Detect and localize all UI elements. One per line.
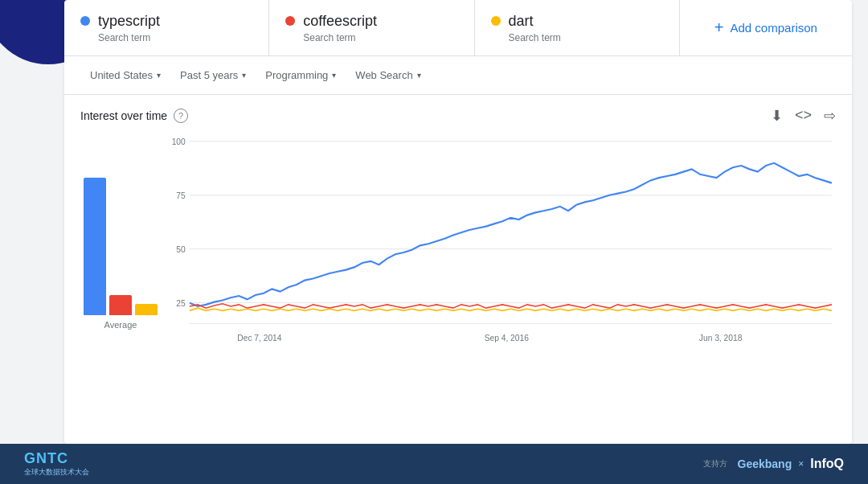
chart-header: Interest over time ? ⬇ <> ⇨ xyxy=(80,107,836,125)
share-icon[interactable]: ⇨ xyxy=(824,107,836,125)
time-filter-label: Past 5 years xyxy=(180,69,238,81)
footer-sponsor-text: 支持方 xyxy=(703,458,727,470)
footer-sub: 全球大数据技术大会 xyxy=(24,467,89,478)
line-chart-svg: 100 75 50 25 Dec 7, 2014 Sep 4, 2016 Jun… xyxy=(161,133,836,350)
chart-area: Average 100 75 50 25 xyxy=(80,133,836,350)
dart-line xyxy=(190,308,832,310)
line-chart-section: 100 75 50 25 Dec 7, 2014 Sep 4, 2016 Jun… xyxy=(161,133,836,350)
time-chevron-icon: ▾ xyxy=(242,71,246,80)
time-filter[interactable]: Past 5 years ▾ xyxy=(170,64,256,86)
footer: GNTC 全球大数据技术大会 支持方 Geekbang × InfoQ xyxy=(0,444,868,484)
svg-text:Jun 3, 2018: Jun 3, 2018 xyxy=(699,333,743,342)
typescript-type: Search term xyxy=(80,32,252,43)
footer-logo: GNTC xyxy=(24,450,68,467)
download-icon[interactable]: ⬇ xyxy=(771,107,783,125)
footer-left: GNTC 全球大数据技术大会 xyxy=(24,450,89,478)
avg-bar-typescript xyxy=(84,178,106,315)
category-chevron-icon: ▾ xyxy=(332,71,336,80)
region-filter-label: United States xyxy=(90,69,153,81)
category-filter[interactable]: Programming ▾ xyxy=(256,64,346,86)
dart-label: dart xyxy=(509,13,534,30)
chart-actions: ⬇ <> ⇨ xyxy=(771,107,836,125)
chart-title: Interest over time xyxy=(80,109,167,122)
avg-bars xyxy=(84,170,158,315)
footer-geekbang: Geekbang xyxy=(738,457,792,470)
search-type-label: Web Search xyxy=(355,69,412,81)
svg-text:Sep 4, 2016: Sep 4, 2016 xyxy=(485,333,529,342)
avg-bar-section: Average xyxy=(80,133,161,350)
svg-text:25: 25 xyxy=(176,298,186,308)
add-comparison-button[interactable]: + Add comparison xyxy=(680,0,852,55)
dart-dot xyxy=(491,16,501,26)
coffeescript-dot xyxy=(285,16,295,26)
typescript-label: typescript xyxy=(98,13,160,30)
chart-container: Interest over time ? ⬇ <> ⇨ Average xyxy=(64,95,852,366)
coffeescript-line xyxy=(190,304,832,308)
typescript-dot xyxy=(80,16,90,26)
help-icon[interactable]: ? xyxy=(174,109,188,123)
region-filter[interactable]: United States ▾ xyxy=(80,64,170,86)
footer-x-symbol: × xyxy=(798,458,804,470)
typescript-line xyxy=(190,163,832,306)
filter-bar: United States ▾ Past 5 years ▾ Programmi… xyxy=(64,56,852,95)
avg-label: Average xyxy=(104,320,137,330)
chart-title-area: Interest over time ? xyxy=(80,109,188,123)
search-terms-header: typescript Search term coffeescript Sear… xyxy=(64,0,852,56)
avg-bar-dart xyxy=(135,304,158,315)
dart-type: Search term xyxy=(491,32,663,43)
svg-text:75: 75 xyxy=(176,191,186,200)
search-type-chevron-icon: ▾ xyxy=(417,71,421,80)
svg-text:50: 50 xyxy=(176,244,186,254)
svg-text:100: 100 xyxy=(172,137,186,146)
search-type-filter[interactable]: Web Search ▾ xyxy=(346,64,430,86)
svg-text:Dec 7, 2014: Dec 7, 2014 xyxy=(237,333,281,342)
plus-icon: + xyxy=(714,18,724,37)
embed-icon[interactable]: <> xyxy=(795,107,812,125)
search-term-coffeescript[interactable]: coffeescript Search term xyxy=(269,0,474,55)
footer-right: 支持方 Geekbang × InfoQ xyxy=(703,457,844,471)
avg-bar-coffeescript xyxy=(109,295,132,315)
region-chevron-icon: ▾ xyxy=(157,71,161,80)
add-comparison-label: Add comparison xyxy=(731,21,817,35)
search-term-dart[interactable]: dart Search term xyxy=(475,0,680,55)
coffeescript-label: coffeescript xyxy=(303,13,377,30)
main-container: typescript Search term coffeescript Sear… xyxy=(64,0,852,444)
category-filter-label: Programming xyxy=(265,69,328,81)
coffeescript-type: Search term xyxy=(285,32,457,43)
footer-infoq: InfoQ xyxy=(810,457,844,471)
search-term-typescript[interactable]: typescript Search term xyxy=(64,0,269,55)
